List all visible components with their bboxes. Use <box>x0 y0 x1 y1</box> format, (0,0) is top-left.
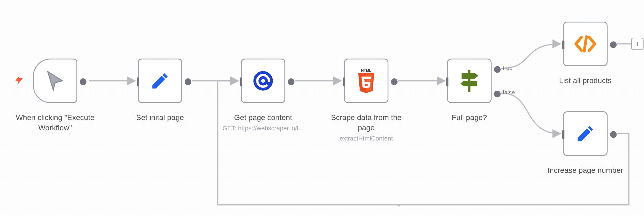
branch-true-label: true <box>503 65 513 71</box>
port-out[interactable] <box>185 78 191 85</box>
node-list-all-products[interactable] <box>563 22 608 66</box>
node-get-page-label: Get page content GET: https://webscraper… <box>219 113 308 133</box>
node-trigger[interactable] <box>33 59 77 103</box>
node-list-all-label: List all products <box>541 75 630 86</box>
port-in[interactable] <box>137 77 139 86</box>
node-get-page-sublabel: GET: https://webscraper.io/t... <box>219 124 308 133</box>
port-out[interactable] <box>391 78 398 85</box>
branch-false-label: false <box>503 89 515 96</box>
node-set-initial-page[interactable] <box>138 59 182 103</box>
port-out[interactable] <box>80 78 86 85</box>
node-full-page-if[interactable] <box>447 59 492 103</box>
node-increase-page-number[interactable] <box>563 111 608 156</box>
svg-text:HTML: HTML <box>361 69 371 73</box>
svg-point-5 <box>255 73 272 89</box>
svg-line-9 <box>584 37 586 51</box>
node-get-page-content[interactable] <box>241 59 285 103</box>
pencil-icon <box>150 71 170 91</box>
port-in[interactable] <box>343 77 345 86</box>
pencil-icon <box>575 123 596 144</box>
node-scrape-label: Scrape data from the page extractHtmlCon… <box>322 113 411 143</box>
node-trigger-label: When clicking "Execute Workflow" <box>11 113 100 133</box>
add-node-button[interactable]: + <box>631 38 644 50</box>
node-scrape-sublabel: extractHtmlContent <box>322 134 411 143</box>
connectors-layer <box>0 0 644 216</box>
html5-icon: HTML <box>355 69 377 93</box>
node-increase-label: Increase page number <box>541 165 630 175</box>
node-scrape-data[interactable]: HTML <box>344 59 388 103</box>
port-out-true[interactable] <box>494 66 501 73</box>
signpost-icon <box>458 69 480 93</box>
port-in[interactable] <box>446 77 448 86</box>
code-icon <box>574 35 596 53</box>
cursor-icon <box>44 70 66 92</box>
port-out[interactable] <box>610 131 617 138</box>
port-in[interactable] <box>562 130 564 139</box>
port-out[interactable] <box>288 78 294 85</box>
at-sign-icon <box>252 70 274 92</box>
node-set-initial-label: Set inital page <box>116 113 204 123</box>
plus-icon: + <box>635 40 640 48</box>
port-in[interactable] <box>562 41 564 49</box>
trigger-lightning-icon <box>13 73 24 88</box>
port-out-false[interactable] <box>494 91 501 97</box>
port-in[interactable] <box>240 77 242 86</box>
workflow-canvas[interactable]: When clicking "Execute Workflow" Set ini… <box>0 0 644 216</box>
port-out[interactable] <box>610 41 617 48</box>
node-full-page-label: Full page? <box>425 113 514 123</box>
